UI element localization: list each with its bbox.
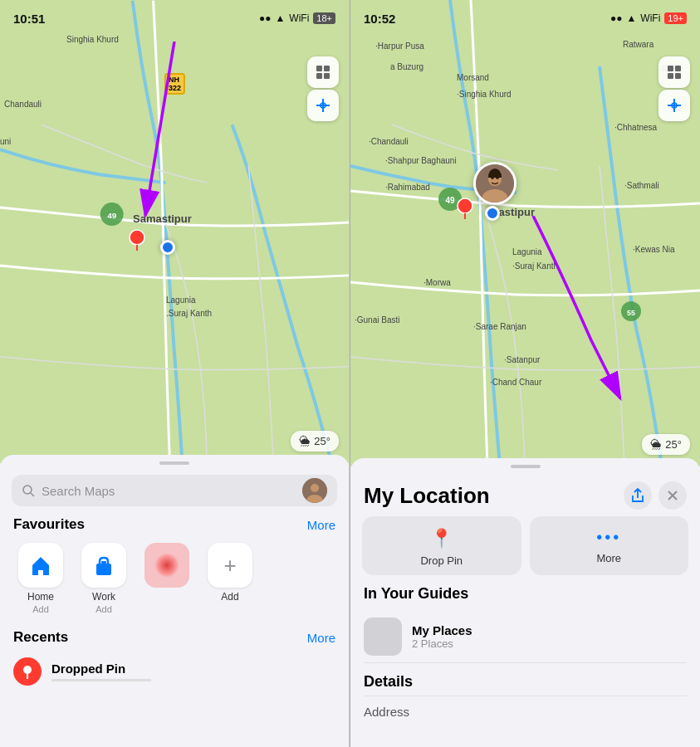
- right-panel: 49 55 10:52 ●● ▲ WiFi 19+ ·Harpur Pusa M…: [350, 0, 700, 747]
- status-icons-right: ●● ▲ WiFi 19+: [610, 12, 687, 24]
- fav-glow-icon: [144, 543, 189, 588]
- svg-point-10: [23, 486, 32, 494]
- recent-name: Dropped Pin: [51, 662, 151, 676]
- map-controls-left: [307, 56, 339, 121]
- action-row: 📍 Drop Pin ••• More: [350, 516, 700, 585]
- fav-work[interactable]: Work Add: [75, 543, 133, 614]
- left-bottom-sheet: Search Maps Favourites More Home Add: [0, 455, 349, 747]
- search-bar[interactable]: Search Maps: [12, 475, 337, 506]
- time-right: 10:52: [364, 12, 395, 26]
- weather-icon-left: 🌦: [299, 435, 310, 447]
- share-btn[interactable]: [624, 481, 652, 510]
- fav-active[interactable]: [138, 543, 196, 614]
- highway-badge: NH322: [164, 73, 185, 95]
- battery-right: 19+: [664, 12, 687, 24]
- svg-rect-6: [324, 66, 330, 71]
- svg-point-17: [23, 666, 32, 674]
- search-icon: [22, 484, 35, 497]
- map-view-toggle-right[interactable]: [658, 56, 690, 88]
- status-icons-left: ●● ▲ WiFi 18+: [259, 12, 335, 24]
- more-action-label: More: [596, 552, 621, 564]
- right-bottom-sheet: My Location 📍 Drop Pin: [350, 458, 700, 747]
- svg-rect-32: [668, 73, 673, 79]
- address-label: Address: [364, 705, 409, 719]
- recent-item[interactable]: Dropped Pin: [0, 649, 349, 694]
- location-btn-left[interactable]: [307, 90, 339, 121]
- fav-home[interactable]: Home Add: [12, 543, 70, 614]
- svg-rect-33: [675, 73, 681, 79]
- favourites-title: Favourites: [13, 516, 85, 533]
- fav-work-label: Work: [92, 591, 115, 603]
- svg-point-3: [130, 230, 144, 245]
- fav-home-label: Home: [27, 591, 54, 603]
- guide-text: My Places 2 Places: [412, 623, 472, 650]
- left-map: 49 NH322 Singhia Khurd Chandauli uni Sam…: [0, 0, 349, 463]
- address-row: Address: [364, 696, 687, 727]
- recent-sub: [51, 679, 151, 681]
- guide-name: My Places: [412, 623, 472, 637]
- map-controls-right: [658, 56, 690, 121]
- more-dots-icon: •••: [596, 528, 621, 547]
- svg-rect-30: [668, 66, 673, 71]
- svg-rect-31: [675, 66, 681, 71]
- left-panel: 49 NH322 Singhia Khurd Chandauli uni Sam…: [0, 0, 350, 747]
- favourites-row: Home Add Work Add +: [0, 536, 349, 621]
- search-input[interactable]: Search Maps: [42, 484, 296, 498]
- svg-rect-5: [316, 66, 322, 71]
- recent-icon: [13, 657, 42, 686]
- recents-more[interactable]: More: [307, 631, 335, 645]
- battery-left: 18+: [313, 12, 335, 24]
- weather-temp-right: 25°: [665, 438, 682, 451]
- favourites-more[interactable]: More: [307, 518, 335, 532]
- weather-badge-left: 🌦 25°: [291, 431, 339, 452]
- guide-thumb: [364, 618, 402, 656]
- svg-point-13: [311, 484, 319, 492]
- recents-title: Recents: [13, 629, 68, 646]
- more-card[interactable]: ••• More: [530, 516, 689, 575]
- user-avatar-map: [473, 162, 516, 205]
- svg-point-28: [458, 198, 472, 213]
- svg-rect-8: [324, 73, 330, 79]
- weather-temp-left: 25°: [314, 435, 330, 447]
- drop-pin-label: Drop Pin: [420, 554, 463, 567]
- status-bar-left: 10:51 ●● ▲ WiFi 18+: [0, 0, 349, 37]
- fav-work-sublabel: Add: [95, 604, 112, 614]
- weather-icon-right: 🌦: [650, 438, 661, 451]
- red-pin-right: [457, 198, 473, 222]
- fav-add-icon: +: [208, 543, 252, 588]
- guides-section: In Your Guides My Places 2 Places: [350, 585, 700, 663]
- location-dot: [160, 240, 175, 255]
- fav-work-icon: [81, 543, 126, 588]
- drop-pin-card[interactable]: 📍 Drop Pin: [362, 516, 521, 575]
- svg-text:55: 55: [627, 309, 635, 317]
- fav-add[interactable]: + Add: [201, 543, 259, 614]
- details-section: Details Address: [350, 663, 700, 727]
- svg-text:49: 49: [445, 196, 455, 205]
- guide-count: 2 Places: [412, 637, 472, 650]
- right-map: 49 55 10:52 ●● ▲ WiFi 19+ ·Harpur Pusa M…: [350, 0, 700, 466]
- drag-handle-left: [159, 461, 189, 465]
- drop-pin-icon: 📍: [430, 528, 453, 549]
- close-icon: [667, 490, 678, 501]
- fav-home-icon: [18, 543, 63, 588]
- svg-rect-18: [350, 0, 700, 466]
- guide-item[interactable]: My Places 2 Places: [364, 611, 687, 663]
- svg-rect-16: [101, 561, 106, 564]
- location-title: My Location: [364, 483, 490, 509]
- time-left: 10:51: [13, 12, 45, 26]
- svg-rect-15: [96, 564, 111, 575]
- map-view-toggle-left[interactable]: [307, 56, 339, 88]
- svg-rect-0: [0, 1, 349, 463]
- search-avatar: [302, 478, 327, 503]
- status-bar-right: 10:52 ●● ▲ WiFi 19+: [350, 0, 700, 37]
- fav-home-sublabel: Add: [32, 604, 49, 614]
- guides-title: In Your Guides: [364, 585, 687, 603]
- location-dot-right: [485, 206, 500, 221]
- location-btn-right[interactable]: [658, 90, 690, 121]
- header-actions: [624, 481, 687, 510]
- red-pin: [129, 229, 145, 254]
- svg-line-11: [31, 493, 34, 496]
- details-title: Details: [364, 673, 687, 691]
- close-btn[interactable]: [658, 481, 687, 510]
- fav-add-label: Add: [221, 591, 238, 603]
